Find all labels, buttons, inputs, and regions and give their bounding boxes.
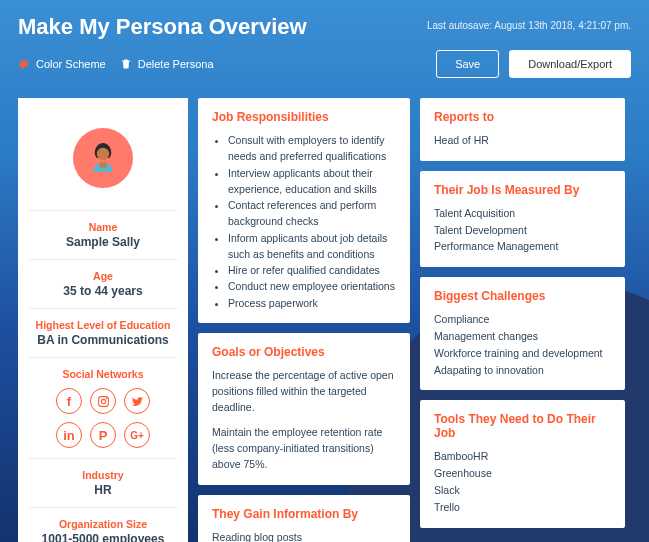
responsibilities-heading: Job Responsibilities — [212, 110, 396, 124]
twitter-icon[interactable] — [124, 388, 150, 414]
education-label: Highest Level of Education — [28, 319, 178, 331]
list-item: Compliance — [434, 311, 611, 328]
header: Make My Persona Overview Last autosave: … — [0, 0, 649, 88]
challenges-heading: Biggest Challenges — [434, 289, 611, 303]
job-responsibilities-card: Job Responsibilities Consult with employ… — [198, 98, 410, 323]
tools-heading: Tools They Need to Do Their Job — [434, 412, 611, 440]
list-item: Performance Management — [434, 238, 611, 255]
svg-point-4 — [101, 399, 105, 403]
list-item: Adapating to innovation — [434, 362, 611, 379]
measured-card: Their Job Is Measured By Talent Acquisit… — [420, 171, 625, 267]
industry-label: Industry — [28, 469, 178, 481]
list-item: Hire or refer qualified candidates — [228, 262, 396, 278]
name-label: Name — [28, 221, 178, 233]
delete-persona-label: Delete Persona — [138, 58, 214, 70]
list-item: Inform applicants about job details such… — [228, 230, 396, 263]
list-item: Trello — [434, 499, 611, 516]
pinterest-icon[interactable]: P — [90, 422, 116, 448]
svg-rect-2 — [100, 162, 107, 168]
avatar-illustration — [81, 136, 125, 180]
list-item: BambooHR — [434, 448, 611, 465]
list-item: Workforce training and development — [434, 345, 611, 362]
googleplus-icon[interactable]: G+ — [124, 422, 150, 448]
autosave-text: Last autosave: August 13th 2018, 4:21:07… — [427, 20, 631, 31]
tools-list: BambooHRGreenhouseSlackTrello — [434, 448, 611, 515]
social-label: Social Networks — [28, 368, 178, 380]
palette-icon — [18, 58, 30, 70]
save-button[interactable]: Save — [436, 50, 499, 78]
info-card: They Gain Information By Reading blog po… — [198, 495, 410, 542]
list-item: Conduct new employee orientations — [228, 278, 396, 294]
list-item: Slack — [434, 482, 611, 499]
age-value: 35 to 44 years — [28, 284, 178, 298]
list-item: Talent Acquisition — [434, 205, 611, 222]
list-item: Interview applicants about their experie… — [228, 165, 396, 198]
linkedin-icon[interactable]: in — [56, 422, 82, 448]
reports-heading: Reports to — [434, 110, 611, 124]
challenges-list: ComplianceManagement changesWorkforce tr… — [434, 311, 611, 378]
facebook-icon[interactable]: f — [56, 388, 82, 414]
list-item: Talent Development — [434, 222, 611, 239]
instagram-icon[interactable] — [90, 388, 116, 414]
challenges-card: Biggest Challenges ComplianceManagement … — [420, 277, 625, 390]
list-item: Contact references and perform backgroun… — [228, 197, 396, 230]
education-value: BA in Communications — [28, 333, 178, 347]
list-item: Process paperwork — [228, 295, 396, 311]
svg-point-5 — [105, 397, 106, 398]
goals-p2: Maintain the employee retention rate (le… — [212, 424, 396, 473]
color-scheme-label: Color Scheme — [36, 58, 106, 70]
download-export-button[interactable]: Download/Export — [509, 50, 631, 78]
trash-icon — [120, 58, 132, 70]
list-item: Consult with employers to identify needs… — [228, 132, 396, 165]
list-item: Reading blog posts — [212, 529, 396, 542]
list-item: Greenhouse — [434, 465, 611, 482]
persona-card: Name Sample Sally Age 35 to 44 years Hig… — [18, 98, 188, 542]
orgsize-value: 1001-5000 employees — [28, 532, 178, 542]
delete-persona-button[interactable]: Delete Persona — [120, 58, 214, 70]
reports-card: Reports to Head of HR — [420, 98, 625, 161]
page-title: Make My Persona Overview — [18, 14, 307, 40]
goals-card: Goals or Objectives Increase the percent… — [198, 333, 410, 485]
list-item: Management changes — [434, 328, 611, 345]
measured-heading: Their Job Is Measured By — [434, 183, 611, 197]
name-value: Sample Sally — [28, 235, 178, 249]
goals-p1: Increase the percentage of active open p… — [212, 367, 396, 416]
reports-value: Head of HR — [434, 132, 611, 149]
tools-card: Tools They Need to Do Their Job BambooHR… — [420, 400, 625, 527]
orgsize-label: Organization Size — [28, 518, 178, 530]
measured-list: Talent AcquisitionTalent DevelopmentPerf… — [434, 205, 611, 255]
responsibilities-list: Consult with employers to identify needs… — [212, 132, 396, 311]
goals-heading: Goals or Objectives — [212, 345, 396, 359]
info-heading: They Gain Information By — [212, 507, 396, 521]
avatar — [73, 128, 133, 188]
age-label: Age — [28, 270, 178, 282]
industry-value: HR — [28, 483, 178, 497]
svg-point-1 — [97, 148, 109, 160]
color-scheme-button[interactable]: Color Scheme — [18, 58, 106, 70]
info-list: Reading blog postsReceiving industry ema… — [212, 529, 396, 542]
